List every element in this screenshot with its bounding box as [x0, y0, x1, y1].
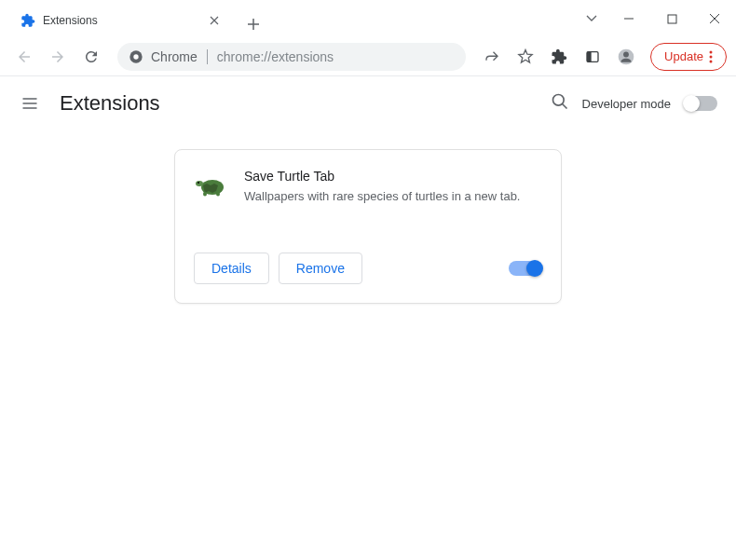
extension-description: Wallpapers with rare species of turtles …	[244, 187, 542, 206]
extension-name: Save Turtle Tab	[244, 169, 542, 184]
extension-card: Save Turtle Tab Wallpapers with rare spe…	[174, 149, 562, 304]
page-content: Save Turtle Tab Wallpapers with rare spe…	[0, 130, 736, 322]
extensions-puzzle-icon	[20, 13, 35, 28]
header-right: Developer mode	[551, 92, 717, 115]
window-controls	[576, 0, 736, 37]
browser-toolbar: Chrome chrome://extensions Update	[0, 37, 736, 76]
turtle-icon	[194, 169, 227, 202]
maximize-button[interactable]	[650, 4, 693, 34]
reload-button[interactable]	[76, 42, 106, 72]
minimize-button[interactable]	[607, 4, 650, 34]
extension-header: Save Turtle Tab Wallpapers with rare spe…	[194, 169, 542, 206]
hamburger-menu-icon[interactable]	[19, 92, 41, 115]
developer-mode-label: Developer mode	[582, 97, 671, 111]
share-icon[interactable]	[477, 42, 507, 72]
address-divider	[207, 49, 208, 64]
page-title: Extensions	[60, 91, 160, 116]
extension-info: Save Turtle Tab Wallpapers with rare spe…	[244, 169, 542, 206]
svg-rect-4	[587, 51, 592, 61]
developer-mode-toggle[interactable]	[684, 96, 717, 111]
svg-point-6	[623, 51, 629, 57]
tab-close-icon[interactable]	[207, 13, 222, 28]
profile-avatar-icon[interactable]	[611, 42, 641, 72]
new-tab-button[interactable]	[240, 11, 266, 37]
search-icon[interactable]	[551, 92, 569, 115]
address-path: chrome://extensions	[217, 49, 334, 64]
svg-point-13	[198, 182, 199, 184]
svg-point-12	[196, 181, 203, 186]
svg-point-2	[133, 54, 138, 59]
address-bar[interactable]: Chrome chrome://extensions	[117, 43, 466, 71]
address-text: Chrome chrome://extensions	[151, 49, 334, 64]
remove-button[interactable]: Remove	[279, 253, 362, 284]
sidepanel-icon[interactable]	[578, 42, 607, 72]
svg-point-14	[203, 192, 207, 197]
close-window-button[interactable]	[693, 4, 736, 34]
bookmark-star-icon[interactable]	[511, 42, 540, 72]
window-titlebar: Extensions	[0, 0, 736, 37]
extension-enable-toggle[interactable]	[509, 261, 542, 276]
svg-point-7	[710, 50, 713, 53]
svg-point-9	[710, 60, 713, 62]
back-button[interactable]	[9, 42, 39, 72]
address-prefix: Chrome	[151, 49, 198, 64]
extension-footer: Details Remove	[194, 253, 542, 284]
update-button[interactable]: Update	[650, 43, 727, 71]
kebab-menu-icon	[709, 50, 713, 63]
extensions-toolbar-icon[interactable]	[544, 42, 574, 72]
svg-rect-0	[668, 15, 676, 23]
details-button[interactable]: Details	[194, 253, 269, 284]
browser-tab[interactable]: Extensions	[9, 4, 233, 37]
forward-button[interactable]	[43, 42, 73, 72]
tab-title: Extensions	[43, 14, 207, 27]
chrome-logo-icon	[129, 49, 143, 64]
svg-point-10	[552, 95, 564, 106]
svg-point-15	[216, 192, 220, 197]
window-dropdown-icon[interactable]	[576, 4, 607, 34]
update-label: Update	[664, 49, 703, 63]
page-header: Extensions Developer mode	[0, 76, 736, 130]
svg-point-8	[710, 55, 713, 58]
